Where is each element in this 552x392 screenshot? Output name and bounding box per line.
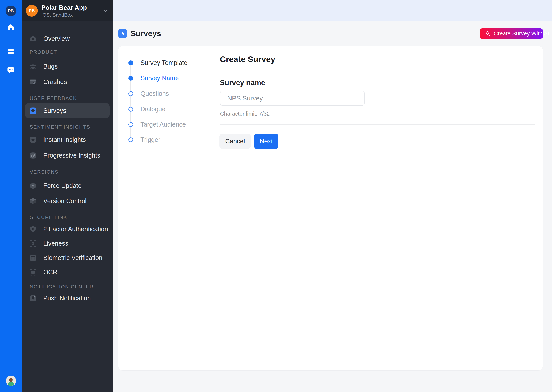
stepper-step-survey-name[interactable]: Survey Name bbox=[118, 71, 208, 85]
app-rail: PB bbox=[0, 0, 22, 392]
sidebar-item-label: Bugs bbox=[43, 63, 58, 70]
create-survey-card: Survey TemplateSurvey NameQuestionsDialo… bbox=[118, 46, 543, 370]
stepper-step-trigger[interactable]: Trigger bbox=[118, 132, 208, 147]
overview-icon bbox=[29, 35, 37, 43]
step-dot-active bbox=[128, 76, 133, 81]
sidebar-item-label: Liveness bbox=[43, 240, 68, 247]
step-label: Dialogue bbox=[140, 105, 165, 113]
sidebar-item-liveness[interactable]: Liveness bbox=[25, 236, 110, 251]
survey-name-input[interactable] bbox=[220, 91, 364, 106]
sidebar-item-progressive-insights[interactable]: Progressive Insights bbox=[25, 148, 110, 163]
surveys-star-badge-icon bbox=[118, 29, 127, 38]
sidebar-item-force-update[interactable]: Force Update bbox=[25, 178, 110, 193]
create-survey-with-ai-label: Create Survey With AI bbox=[494, 30, 549, 37]
sidebar-item-label: Version Control bbox=[43, 197, 87, 205]
surveys-star-icon bbox=[29, 107, 37, 115]
sidebar-item-biometric-verification[interactable]: Biometric Verification bbox=[25, 250, 110, 265]
step-dot-todo bbox=[128, 137, 133, 142]
liveness-face-scan-icon bbox=[29, 240, 37, 247]
cancel-button[interactable]: Cancel bbox=[219, 133, 251, 149]
ocr-card-scan-icon bbox=[29, 268, 37, 276]
card-vertical-divider bbox=[210, 46, 210, 370]
biometric-fingerprint-icon bbox=[29, 254, 37, 262]
sidebar-item-crashes[interactable]: Crashes bbox=[25, 74, 110, 89]
step-label: Questions bbox=[140, 90, 169, 97]
sidebar-item-bugs[interactable]: Bugs bbox=[25, 59, 110, 74]
step-label: Trigger bbox=[140, 136, 160, 143]
step-dot-todo bbox=[128, 107, 133, 112]
sidebar-item-label: Push Notification bbox=[43, 294, 91, 302]
step-dot-done bbox=[128, 61, 133, 65]
sidebar-item-version-control[interactable]: Version Control bbox=[25, 194, 110, 209]
bug-icon bbox=[29, 63, 37, 70]
topbar: Members bbox=[113, 0, 552, 21]
sidebar-item-label: Progressive Insights bbox=[43, 152, 100, 159]
workspace-logo[interactable]: PB bbox=[6, 6, 15, 15]
sidebar-section-product: PRODUCT bbox=[30, 45, 57, 60]
stepper-step-dialogue[interactable]: Dialogue bbox=[118, 102, 208, 117]
sidebar-item-label: Crashes bbox=[43, 78, 67, 85]
force-update-icon bbox=[29, 182, 37, 190]
progressive-insights-link-icon bbox=[29, 152, 37, 160]
sidebar-item-push-notification[interactable]: Push Notification bbox=[25, 291, 110, 306]
stepper-step-survey-template[interactable]: Survey Template bbox=[118, 55, 208, 70]
step-label: Target Audience bbox=[140, 121, 186, 128]
sidebar: PB Polar Bear App iOS, SandBox OverviewP… bbox=[22, 0, 113, 392]
next-button[interactable]: Next bbox=[254, 133, 278, 149]
create-survey-with-ai-button[interactable]: Create Survey With AI bbox=[480, 28, 543, 39]
sidebar-item-label: Biometric Verification bbox=[43, 254, 102, 261]
two-factor-shield-icon bbox=[29, 225, 37, 233]
rail-divider bbox=[7, 40, 14, 40]
user-avatar[interactable] bbox=[6, 376, 16, 386]
page-title: Surveys bbox=[131, 29, 161, 38]
survey-name-label: Survey name bbox=[220, 79, 265, 87]
step-label: Survey Template bbox=[140, 59, 188, 66]
sidebar-item-surveys[interactable]: Surveys bbox=[25, 103, 110, 118]
sidebar-item-label: 2 Factor Authentication bbox=[43, 225, 108, 233]
sparkle-icon bbox=[484, 30, 491, 37]
sidebar-section-versions: VERSIONS bbox=[30, 164, 58, 179]
push-notification-bell-icon bbox=[29, 294, 37, 302]
sidebar-nav: OverviewPRODUCTBugsCrashesUSER FEEDBACKS… bbox=[22, 0, 113, 392]
sidebar-item-label: Surveys bbox=[43, 107, 66, 114]
stepper-step-questions[interactable]: Questions bbox=[118, 86, 208, 101]
character-limit-hint: Character limit: 7/32 bbox=[220, 111, 270, 117]
sidebar-item-2-factor-authentication[interactable]: 2 Factor Authentication bbox=[25, 222, 110, 237]
instant-insights-heart-icon bbox=[29, 136, 37, 144]
sidebar-item-ocr[interactable]: OCR bbox=[25, 265, 110, 280]
sidebar-item-label: Instant Insights bbox=[43, 136, 86, 143]
version-control-cube-icon bbox=[29, 197, 37, 205]
step-dot-todo bbox=[128, 122, 133, 127]
sidebar-item-label: OCR bbox=[43, 269, 57, 276]
sidebar-item-overview[interactable]: Overview bbox=[25, 31, 110, 46]
crashes-icon bbox=[29, 78, 37, 86]
sidebar-item-instant-insights[interactable]: Instant Insights bbox=[25, 132, 110, 147]
step-dot-todo bbox=[128, 91, 133, 96]
home-icon[interactable] bbox=[7, 23, 15, 31]
apps-grid-icon[interactable] bbox=[7, 48, 15, 55]
form-title: Create Survey bbox=[220, 55, 275, 64]
sidebar-item-label: Overview bbox=[43, 35, 70, 42]
stepper-step-target-audience[interactable]: Target Audience bbox=[118, 117, 208, 132]
form-divider bbox=[220, 124, 535, 125]
step-label: Survey Name bbox=[140, 74, 179, 82]
sidebar-item-label: Force Update bbox=[43, 182, 82, 189]
chat-icon[interactable] bbox=[7, 66, 15, 74]
